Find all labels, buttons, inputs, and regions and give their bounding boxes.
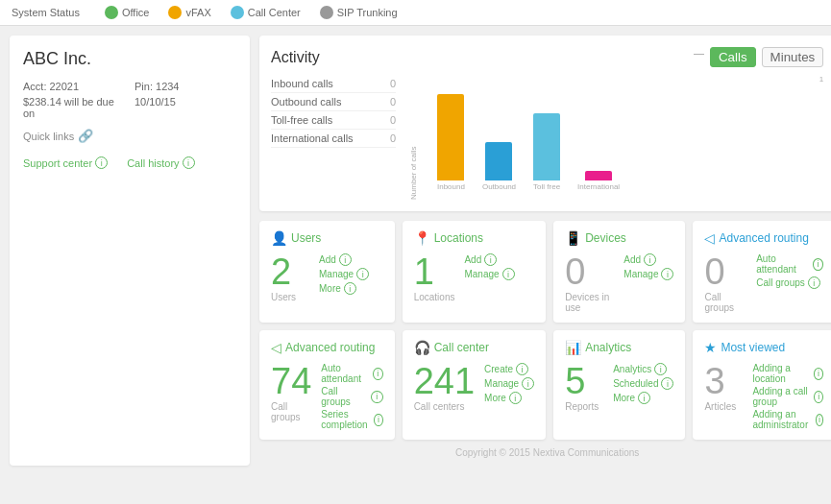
dash-link-most-viewed-2[interactable]: Adding an administratori <box>752 409 823 430</box>
dash-link-call-center-0[interactable]: Createi <box>484 363 534 375</box>
company-panel: ABC Inc. Acct: 22021 Pin: 1234 $238.14 w… <box>10 36 250 466</box>
dash-links-locations: AddiManagei <box>464 253 514 280</box>
dash-link-most-viewed-0[interactable]: Adding a locationi <box>752 363 823 384</box>
card-icon-devices: 📱 <box>565 230 581 246</box>
dash-link-advanced-routing-top-1[interactable]: Call groupsi <box>756 276 823 289</box>
big-number-advanced-routing-top: 0 <box>704 253 746 290</box>
card-title-locations: Locations <box>434 231 483 245</box>
dash-link-label-users-1: Manage <box>319 269 354 279</box>
dash-links-devices: AddiManagei <box>623 253 673 280</box>
bar-outbound <box>485 142 512 180</box>
dash-card-header-advanced-routing-bottom: ◁Advanced routing <box>271 340 383 355</box>
toggle-group: — Calls Minutes <box>694 47 823 67</box>
dash-link-call-center-1[interactable]: Managei <box>484 377 534 390</box>
dash-link-label-call-center-0: Create <box>484 364 513 374</box>
support-links: Support center i Call history i <box>23 156 236 169</box>
dash-link-analytics-1[interactable]: Scheduledi <box>613 377 673 390</box>
nav-item-sip[interactable]: SIP Trunking <box>320 6 398 19</box>
bar-label-toll-free: Toll free <box>533 182 560 191</box>
big-number-call-center: 241 <box>414 363 475 399</box>
tollfree-calls-label: Toll-free calls <box>271 114 332 126</box>
company-name: ABC Inc. <box>23 49 236 69</box>
card-icon-advanced-routing-top: ◁ <box>704 230 715 246</box>
dash-links-analytics: AnalyticsiSchedulediMorei <box>613 363 673 404</box>
dash-link-locations-0[interactable]: Addi <box>464 253 514 266</box>
card-sublabel-advanced-routing-top: Call groups <box>704 292 746 313</box>
dash-links-most-viewed: Adding a locationiAdding a call groupiAd… <box>752 363 823 430</box>
bar-toll-free <box>533 113 560 180</box>
outbound-calls-label: Outbound calls <box>271 96 341 108</box>
dash-link-advanced-routing-bottom-1[interactable]: Call groupsi <box>321 386 382 407</box>
card-left-users: 2Users <box>271 253 309 302</box>
card-left-most-viewed: 3Articles <box>704 363 743 412</box>
card-sublabel-locations: Locations <box>414 292 455 302</box>
dash-link-icon-users-1: i <box>356 268 369 280</box>
bar-group-toll-free: Toll free <box>533 113 560 191</box>
bar-group-international: International <box>577 171 620 191</box>
nav-item-vfax[interactable]: vFAX <box>168 6 210 19</box>
card-left-call-center: 241Call centers <box>414 363 475 412</box>
inbound-calls-row: Inbound calls 0 <box>271 75 396 93</box>
dash-card-body-devices: 0Devices in useAddiManagei <box>565 253 673 313</box>
dash-card-header-devices: 📱Devices <box>565 230 673 246</box>
call-history-link[interactable]: Call history i <box>127 156 194 169</box>
callcenter-status-dot <box>231 6 244 19</box>
dash-card-body-advanced-routing-top: 0Call groupsAuto attendantiCall groupsi <box>704 253 823 313</box>
dash-link-icon-most-viewed-0: i <box>814 368 824 380</box>
dash-link-devices-1[interactable]: Managei <box>623 268 673 280</box>
nav-item-callcenter[interactable]: Call Center <box>231 6 301 19</box>
dash-link-locations-1[interactable]: Managei <box>464 268 514 280</box>
dash-link-most-viewed-1[interactable]: Adding a call groupi <box>752 386 823 407</box>
international-calls-row: International calls 0 <box>271 130 396 148</box>
dash-link-icon-advanced-routing-bottom-0: i <box>373 368 383 380</box>
dash-link-advanced-routing-bottom-0[interactable]: Auto attendanti <box>321 363 382 384</box>
dash-link-devices-0[interactable]: Addi <box>623 253 673 266</box>
dash-link-label-users-2: More <box>319 283 341 294</box>
dash-card-most-viewed: ★Most viewed3ArticlesAdding a locationiA… <box>693 330 831 440</box>
dash-link-users-2[interactable]: Morei <box>319 282 369 295</box>
minutes-toggle-button[interactable]: Minutes <box>762 47 824 67</box>
nav-item-office[interactable]: Office <box>105 6 150 19</box>
dash-link-icon-most-viewed-1: i <box>814 391 823 403</box>
dash-link-users-1[interactable]: Managei <box>319 268 369 280</box>
dash-links-advanced-routing-bottom: Auto attendantiCall groupsiSeries comple… <box>321 363 382 430</box>
dash-link-icon-call-center-1: i <box>522 377 534 390</box>
dash-link-advanced-routing-top-0[interactable]: Auto attendanti <box>756 253 823 275</box>
dash-link-analytics-0[interactable]: Analyticsi <box>613 363 673 375</box>
card-sublabel-devices: Devices in use <box>565 292 614 313</box>
top-nav: System Status Office vFAX Call Center SI… <box>0 0 831 26</box>
card-sublabel-most-viewed: Articles <box>704 401 743 412</box>
dash-card-analytics: 📊Analytics5ReportsAnalyticsiSchedulediMo… <box>553 330 685 440</box>
dash-card-header-users: 👤Users <box>271 230 383 246</box>
big-number-devices: 0 <box>565 253 614 290</box>
dash-link-advanced-routing-bottom-2[interactable]: Series completioni <box>321 409 382 430</box>
dash-link-label-advanced-routing-bottom-1: Call groups <box>321 386 368 407</box>
calls-toggle-button[interactable]: Calls <box>710 47 756 67</box>
dash-link-users-0[interactable]: Addi <box>319 253 369 266</box>
bar-label-outbound: Outbound <box>482 182 516 191</box>
card-sublabel-call-center: Call centers <box>414 401 475 412</box>
right-panel: Activity — Calls Minutes Inbound calls 0… <box>259 36 831 466</box>
dash-link-icon-devices-0: i <box>644 253 656 266</box>
dash-link-label-call-center-2: More <box>484 393 506 403</box>
link-icon: 🔗 <box>78 129 93 143</box>
bar-international <box>585 171 612 180</box>
card-left-advanced-routing-top: 0Call groups <box>704 253 746 313</box>
dash-link-label-devices-0: Add <box>623 254 641 265</box>
dash-link-icon-users-2: i <box>344 282 356 295</box>
card-icon-analytics: 📊 <box>565 340 581 355</box>
card-title-devices: Devices <box>585 231 626 245</box>
quick-links[interactable]: Quick links 🔗 <box>23 129 236 143</box>
support-center-link[interactable]: Support center i <box>23 156 108 169</box>
office-status-dot <box>105 6 118 19</box>
dash-link-icon-call-center-0: i <box>516 363 528 375</box>
dash-link-analytics-2[interactable]: Morei <box>613 392 673 404</box>
dash-link-call-center-2[interactable]: Morei <box>484 392 534 404</box>
y-axis-label: Number of calls <box>405 75 418 200</box>
tollfree-calls-row: Toll-free calls 0 <box>271 111 396 130</box>
card-title-call-center: Call center <box>434 341 489 354</box>
dash-card-body-most-viewed: 3ArticlesAdding a locationiAdding a call… <box>704 363 823 430</box>
bar-chart: InboundOutboundToll freeInternational <box>418 85 823 191</box>
card-sublabel-advanced-routing-bottom: Call groups <box>271 401 311 422</box>
support-center-label: Support center <box>23 157 92 169</box>
